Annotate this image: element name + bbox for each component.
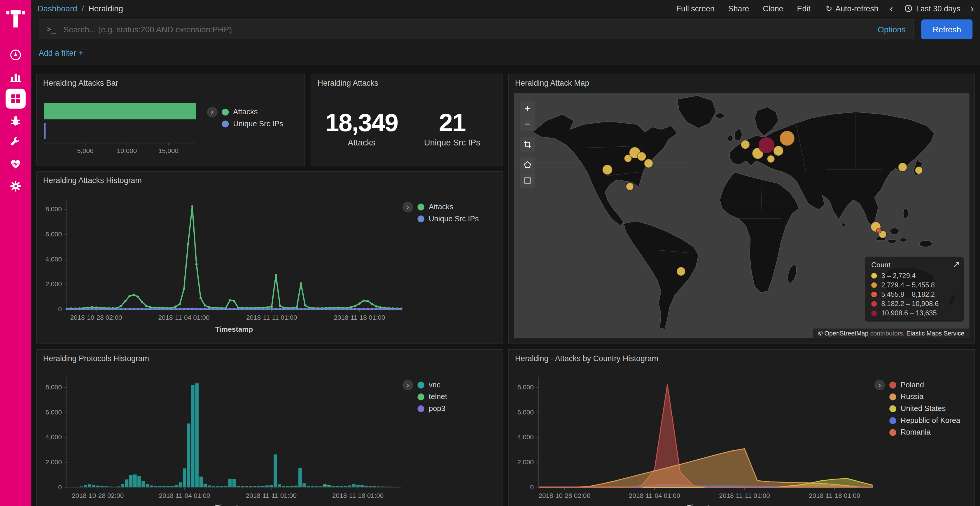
legend-toggle-icon[interactable]: › — [402, 380, 413, 390]
legend-item[interactable]: Attacks — [222, 108, 283, 116]
legend-label: Unique Src IPs — [429, 214, 479, 223]
search-input[interactable] — [62, 24, 871, 35]
attack-marker[interactable] — [915, 167, 923, 174]
auto-refresh-button[interactable]: ↻ Auto-refresh — [826, 4, 878, 13]
legend-item[interactable]: United States — [889, 404, 960, 413]
legend-items: vnctelnetpop3 — [417, 380, 447, 413]
legend-toggle-icon[interactable]: › — [402, 202, 413, 212]
sidebar-item-health[interactable] — [5, 153, 27, 175]
legend-item[interactable]: Poland — [889, 381, 960, 389]
svg-text:Timestamp: Timestamp — [687, 503, 725, 506]
legend-dot — [417, 393, 425, 400]
attack-marker[interactable] — [877, 228, 881, 233]
dashboard-menu: Full screenShareCloneEdit — [676, 4, 811, 13]
chart-legend: ›AttacksUnique Src IPs — [207, 107, 283, 128]
attack-marker[interactable] — [677, 267, 686, 276]
legend-item[interactable]: telnet — [417, 392, 447, 401]
metric: 18,349Attacks — [316, 108, 407, 147]
attacks-bar-svg: 5,00010,00015,000 — [43, 99, 213, 164]
attack-marker[interactable] — [767, 155, 775, 163]
legend-toggle-icon[interactable]: › — [874, 380, 885, 390]
panel-heralding-protocols-histogram: Heralding Protocols Histogram 02,0004,00… — [36, 349, 503, 506]
attacks-histogram-chart: 02,0004,0006,0008,0002018-10-28 02:00201… — [38, 190, 405, 344]
add-filter-link[interactable]: Add a filter+ — [39, 49, 83, 57]
legend-item[interactable]: Romania — [889, 428, 960, 437]
auto-refresh-label: Auto-refresh — [835, 4, 878, 13]
legend-label: Attacks — [429, 202, 453, 211]
sidebar-item-dashboard[interactable] — [5, 87, 27, 109]
panel-title: Heralding Attack Map — [515, 79, 589, 87]
query-bar: >_ Options Refresh — [31, 17, 980, 41]
breadcrumb-dashboard-link[interactable]: Dashboard — [38, 4, 77, 13]
menu-item-clone[interactable]: Clone — [763, 4, 783, 13]
svg-text:4,000: 4,000 — [46, 434, 62, 441]
map-legend-dot — [871, 292, 877, 297]
sidebar-item-bugs[interactable] — [5, 109, 27, 131]
legend-toggle-icon[interactable]: › — [207, 107, 217, 117]
fit-data-bounds-button[interactable] — [520, 137, 535, 152]
legend-item[interactable]: Republic of Korea — [889, 416, 960, 425]
legend-item[interactable]: Unique Src IPs — [222, 119, 283, 128]
legend-dot — [889, 417, 896, 424]
chart-legend: ›PolandRussiaUnited StatesRepublic of Ko… — [874, 380, 960, 437]
dashboard-icon — [6, 88, 25, 108]
legend-dot — [889, 393, 896, 400]
legend-dot — [889, 429, 896, 436]
menu-item-edit[interactable]: Edit — [797, 4, 811, 13]
zoom-in-button[interactable]: + — [520, 101, 535, 116]
refresh-button[interactable]: Refresh — [921, 19, 973, 40]
svg-text:2018-10-28 02:00: 2018-10-28 02:00 — [70, 314, 122, 321]
legend-dot — [417, 381, 425, 388]
legend-collapse-icon[interactable] — [953, 261, 960, 268]
map-attribution: © OpenStreetMap contributors, Elastic Ma… — [813, 328, 969, 338]
legend-label: Poland — [900, 381, 924, 389]
attack-marker[interactable] — [741, 140, 749, 149]
zoom-out-button[interactable]: − — [520, 116, 535, 131]
attack-marker[interactable] — [898, 163, 907, 171]
time-forward-button[interactable]: › — [970, 3, 974, 13]
menu-item-share[interactable]: Share — [728, 4, 749, 13]
metric-label: Attacks — [316, 138, 407, 147]
legend-item[interactable]: Attacks — [417, 202, 479, 211]
attack-marker[interactable] — [644, 159, 653, 168]
sidebar-item-visualize[interactable] — [5, 66, 27, 87]
svg-text:2018-11-18 01:00: 2018-11-18 01:00 — [809, 492, 860, 499]
sidebar-item-discover[interactable] — [5, 44, 27, 66]
legend-label: Russia — [900, 392, 924, 401]
legend-item[interactable]: Unique Src IPs — [417, 214, 479, 223]
time-picker-button[interactable]: Last 30 days — [904, 4, 961, 13]
attack-marker[interactable] — [602, 165, 612, 174]
time-back-button[interactable]: ‹ — [889, 3, 893, 13]
attack-marker[interactable] — [773, 146, 783, 155]
map-legend-dot — [871, 301, 877, 306]
breadcrumb-separator: / — [82, 4, 84, 13]
metric-values: 18,349Attacks21Unique Src IPs — [316, 95, 497, 160]
legend-items: AttacksUnique Src IPs — [222, 107, 283, 128]
query-options-link[interactable]: Options — [878, 25, 905, 34]
panel-title: Heralding Attacks Histogram — [43, 176, 142, 185]
world-map[interactable]: + − Count — [514, 93, 969, 338]
map-legend-dot — [871, 282, 877, 288]
legend-item[interactable]: vnc — [417, 381, 447, 389]
svg-text:8,000: 8,000 — [46, 384, 62, 391]
svg-text:2,000: 2,000 — [46, 458, 62, 466]
menu-item-full-screen[interactable]: Full screen — [676, 4, 714, 13]
sidebar — [0, 0, 31, 506]
attack-marker[interactable] — [758, 137, 775, 153]
attack-marker[interactable] — [637, 152, 646, 161]
kibana-heralding-dashboard: Dashboard/Heralding Full screenShareClon… — [0, 0, 980, 506]
telekom-t-icon — [6, 9, 25, 29]
filter-bar: Add a filter+ — [31, 41, 980, 65]
sidebar-item-tools[interactable] — [5, 131, 27, 153]
chart-legend: ›vnctelnetpop3 — [402, 380, 447, 413]
draw-rectangle-button[interactable] — [520, 173, 535, 188]
rectangle-icon — [523, 176, 532, 185]
attack-marker[interactable] — [780, 131, 794, 146]
attack-marker[interactable] — [626, 183, 634, 190]
map-legend-label: 5,455.8 – 8,182.2 — [881, 290, 935, 298]
telekom-logo[interactable] — [6, 5, 25, 32]
draw-polygon-button[interactable] — [520, 157, 535, 172]
legend-item[interactable]: pop3 — [417, 404, 447, 413]
legend-item[interactable]: Russia — [889, 392, 960, 401]
sidebar-item-settings[interactable] — [5, 175, 27, 197]
